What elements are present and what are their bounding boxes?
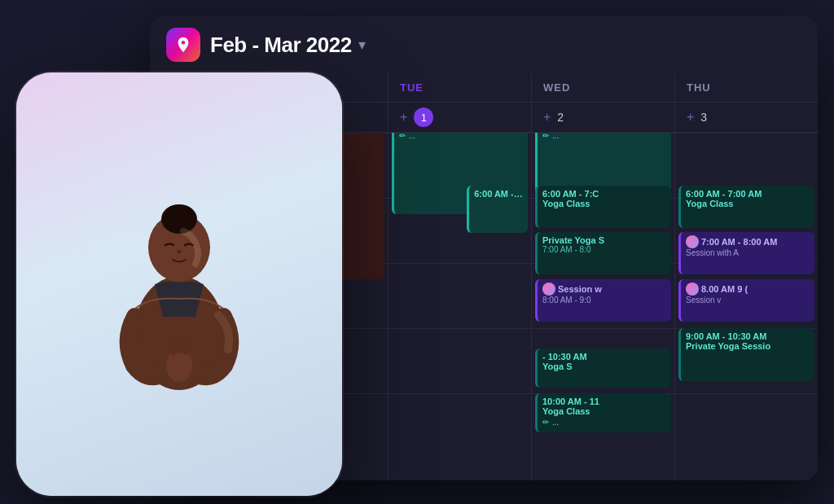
svg-point-11 [166,349,192,382]
avatar-thu-8 [686,283,699,296]
add-event-thu[interactable]: + [687,110,694,125]
event-privateyoga-wed[interactable]: Private Yoga S 7:00 AM - 8:0 [535,232,671,274]
event-title-privateyoga-thu9-time: 9:00 AM - 10:30 AM [686,331,810,341]
day-header-tue: TUE [388,73,531,102]
day-header-wed: WED [531,73,674,102]
avatar-wed [542,283,555,296]
event-time-privateyoga-wed: 7:00 AM - 8:0 [542,245,666,254]
date-number-2: 2 [557,111,564,124]
event-time-session-wed: 8:00 AM - 9:0 [542,296,666,305]
event-time-session-thu7: Session with A [686,248,810,257]
svg-line-12 [171,345,173,353]
day-header-thu: THU [674,73,818,102]
avatar-thu-7 [686,235,699,248]
event-yoga-thu-6[interactable]: 6:00 AM - 7:00 AM Yoga Class [678,186,814,228]
svg-line-15 [182,343,184,352]
event-session-thu-7[interactable]: 7:00 AM - 8:00 AM Session with A [678,232,814,274]
chevron-down-icon[interactable]: ▾ [358,36,366,54]
event-title-session-thu8-time: 8.00 AM 9 ( [701,284,748,294]
event-title-session-wed: Session w [558,284,602,294]
yoga-person-illustration [49,105,309,496]
event-title-privateyoga-thu9-name: Private Yoga Sessio [686,341,810,351]
event-title-wed-11-name: Yoga Class [542,406,666,416]
day-column-wed: 5:30 AM - 8:30 AM ✏ ... 6:00 AM - 7:C Yo… [531,133,674,480]
add-event-wed[interactable]: + [543,110,551,125]
event-yoga-wed-11[interactable]: 10:00 AM - 11 Yoga Class ✏ ... [535,393,671,432]
time-slot-thu-10 [675,393,818,458]
time-slot-tue-8 [388,263,531,328]
edit-icon-wed11: ✏ [542,418,549,427]
phone-mockup [16,72,342,496]
time-slot-tue-10 [388,393,531,458]
date-cell-2[interactable]: + 2 [531,103,674,132]
svg-point-10 [169,205,189,221]
day-column-tue: 5:30 AM - 8:30 AM ✏ ... 6:00 AM - 7:0 [388,133,531,480]
edit-icon-wed: ✏ [542,133,549,140]
svg-line-13 [174,343,176,352]
date-number-1: 1 [414,107,433,127]
event-title-600-tue: 6:00 AM - 7:0 [474,189,523,199]
header-title-group: Feb - Mar 2022 ▾ [210,33,366,58]
phone-screen [16,72,342,496]
event-title-yoga-thu6-time: 6:00 AM - 7:00 AM [686,189,810,199]
event-yoga-wed-6[interactable]: 6:00 AM - 7:C Yoga Class [535,186,671,228]
event-title-wed-10-name: Yoga S [542,362,666,371]
app-header: Feb - Mar 2022 ▾ [150,16,818,73]
event-title-wed-10-time: - 10:30 AM [542,352,666,362]
event-600-tue[interactable]: 6:00 AM - 7:0 [467,186,528,233]
day-column-thu: 6:00 AM - 7:00 AM Yoga Class 7:00 AM - 8… [674,133,818,480]
svg-line-16 [186,345,187,353]
location-pin-icon [174,36,192,54]
event-privateyoga-thu-9[interactable]: 9:00 AM - 10:30 AM Private Yoga Sessio [678,328,814,381]
event-title-session-thu7: 7:00 AM - 8:00 AM [701,237,777,247]
app-logo [166,28,200,62]
event-time-session-thu8: Session v [686,296,810,305]
calendar-title: Feb - Mar 2022 [210,33,352,58]
event-actions-wed-11: ✏ ... [542,418,666,427]
date-number-3: 3 [700,111,707,124]
event-actions-wed: ✏ ... [542,133,666,140]
event-title-yoga-wed6: 6:00 AM - 7:C [542,189,666,199]
event-session-thu-8[interactable]: 8.00 AM 9 ( Session v [678,279,814,322]
event-yoga-wed-10[interactable]: - 10:30 AM Yoga S [535,348,671,388]
event-title-yoga-thu6-name: Yoga Class [686,199,810,208]
event-session-wed[interactable]: Session w 8:00 AM - 9:0 [535,279,671,322]
event-actions-tue: ✏ ... [399,133,523,140]
time-slot-tue-9 [388,328,531,393]
date-cell-3[interactable]: + 3 [674,103,818,132]
add-event-tue[interactable]: + [400,110,407,125]
event-title-privateyoga-wed: Private Yoga S [542,235,666,245]
date-cell-1[interactable]: + 1 [388,103,531,132]
event-subtitle-yoga-wed6: Yoga Class [542,199,666,208]
edit-icon: ✏ [399,133,406,140]
event-title-wed-11-time: 10:00 AM - 11 [542,397,666,406]
